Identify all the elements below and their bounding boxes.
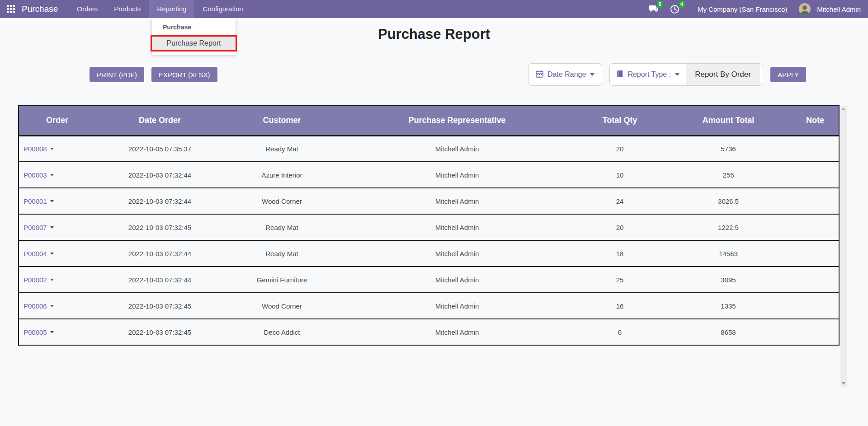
messages-icon[interactable]: 5 [648,4,659,14]
activities-badge: 4 [679,1,685,8]
caret-down-icon [50,174,54,176]
date-order-cell: 2022-10-03 07:32:45 [95,319,224,345]
representative-cell: Mitchell Admin [340,214,575,240]
caret-down-icon [50,253,54,255]
export-toolbar: PRINT (PDF) EXPORT (XLSX) [90,67,217,82]
apps-grid-icon[interactable] [6,5,15,14]
caret-down-icon [50,279,54,281]
caret-down-icon [50,331,54,333]
dropdown-section-label: Purchase [152,18,236,34]
representative-cell: Mitchell Admin [340,240,575,267]
date-order-cell: 2022-10-03 07:32:44 [95,267,224,293]
representative-cell: Mitchell Admin [340,267,575,293]
header-total-qty: Total Qty [575,106,665,136]
report-type-dropdown[interactable]: Report Type : [610,70,686,80]
total-qty-cell: 24 [575,188,665,214]
note-cell [792,214,839,240]
header-customer: Customer [224,106,340,136]
note-cell [792,162,839,188]
order-link[interactable]: P00007 [24,224,54,231]
date-order-cell: 2022-10-03 07:32:45 [95,214,224,240]
date-range-dropdown[interactable]: Date Range [528,63,602,86]
nav-item-reporting[interactable]: Reporting [149,0,194,18]
header-date-order: Date Order [95,106,224,136]
order-link[interactable]: P00008 [24,145,54,153]
date-order-cell: 2022-10-03 07:32:44 [95,240,224,267]
note-cell [792,293,839,319]
table-row: P00001 2022-10-03 07:32:44 Wood Corner M… [19,188,839,214]
report-type-value[interactable]: Report By Order [686,64,760,85]
date-order-cell: 2022-10-03 07:32:44 [95,188,224,214]
order-link[interactable]: P00001 [24,197,54,205]
representative-cell: Mitchell Admin [340,293,575,319]
amount-total-cell: 1222.5 [665,214,792,240]
total-qty-cell: 25 [575,267,665,293]
customer-cell: Wood Corner [224,188,340,214]
representative-cell: Mitchell Admin [340,136,575,162]
date-order-cell: 2022-10-05 07:35:37 [95,136,224,162]
table-row: P00003 2022-10-03 07:32:44 Azure Interio… [19,162,839,188]
customer-cell: Deco Addict [224,319,340,345]
nav-item-orders[interactable]: Orders [69,0,106,18]
purchase-report-table: Order Date Order Customer Purchase Repre… [18,105,840,346]
reporting-dropdown-menu: Purchase Purchase Report [152,18,236,55]
amount-total-cell: 5736 [665,136,792,162]
customer-cell: Gemini Furniture [224,267,340,293]
customer-cell: Ready Mat [224,214,340,240]
page-title: Purchase Report [0,26,868,42]
order-link[interactable]: P00004 [24,250,54,257]
order-link[interactable]: P00005 [24,328,54,336]
amount-total-cell: 14563 [665,240,792,267]
total-qty-cell: 18 [575,240,665,267]
nav-item-configuration[interactable]: Configuration [194,0,251,18]
total-qty-cell: 16 [575,293,665,319]
total-qty-cell: 6 [575,319,665,345]
table-row: P00005 2022-10-03 07:32:45 Deco Addict M… [19,319,839,345]
export-xlsx-button[interactable]: EXPORT (XLSX) [151,67,217,82]
caret-down-icon [50,305,54,307]
table-row: P00008 2022-10-05 07:35:37 Ready Mat Mit… [19,136,839,162]
representative-cell: Mitchell Admin [340,319,575,345]
scroll-up-icon[interactable] [842,108,845,110]
vertical-scrollbar[interactable] [840,106,847,387]
table-row: P00004 2022-10-03 07:32:44 Ready Mat Mit… [19,240,839,267]
report-type-label: Report Type : [627,70,671,79]
nav-item-products[interactable]: Products [106,0,149,18]
filter-toolbar: Date Range Report Type : Report By Order… [528,63,806,86]
print-pdf-button[interactable]: PRINT (PDF) [90,67,144,82]
representative-cell: Mitchell Admin [340,188,575,214]
order-link[interactable]: P00006 [24,302,54,310]
apply-button[interactable]: APPLY [770,67,806,82]
header-note: Note [792,106,839,136]
menu-item-purchase-report[interactable]: Purchase Report [151,35,237,51]
total-qty-cell: 20 [575,214,665,240]
order-link[interactable]: P00002 [24,276,54,284]
amount-total-cell: 1335 [665,293,792,319]
note-cell [792,267,839,293]
header-purchase-representative: Purchase Representative [340,106,575,136]
caret-down-icon [50,226,54,229]
scroll-down-icon[interactable] [842,382,845,384]
book-icon [616,70,623,80]
customer-cell: Ready Mat [224,240,340,267]
total-qty-cell: 20 [575,136,665,162]
note-cell [792,240,839,267]
date-order-cell: 2022-10-03 07:32:45 [95,293,224,319]
amount-total-cell: 255 [665,162,792,188]
table-header-row: Order Date Order Customer Purchase Repre… [19,106,839,136]
activities-clock-icon[interactable]: 4 [670,4,680,14]
app-brand[interactable]: Purchase [22,4,58,14]
company-switcher[interactable]: My Company (San Francisco) [698,5,787,13]
customer-cell: Ready Mat [224,136,340,162]
order-link[interactable]: P00003 [24,171,54,179]
header-amount-total: Amount Total [665,106,792,136]
caret-down-icon [590,73,594,76]
user-menu[interactable]: Mitchell Admin [817,5,861,13]
user-avatar[interactable] [799,3,811,15]
top-navbar: Purchase Orders Products Reporting Confi… [0,0,868,18]
date-range-label: Date Range [547,70,586,79]
calendar-icon [536,70,543,80]
table-row: P00007 2022-10-03 07:32:45 Ready Mat Mit… [19,214,839,240]
caret-down-icon [50,200,54,202]
date-order-cell: 2022-10-03 07:32:44 [95,162,224,188]
